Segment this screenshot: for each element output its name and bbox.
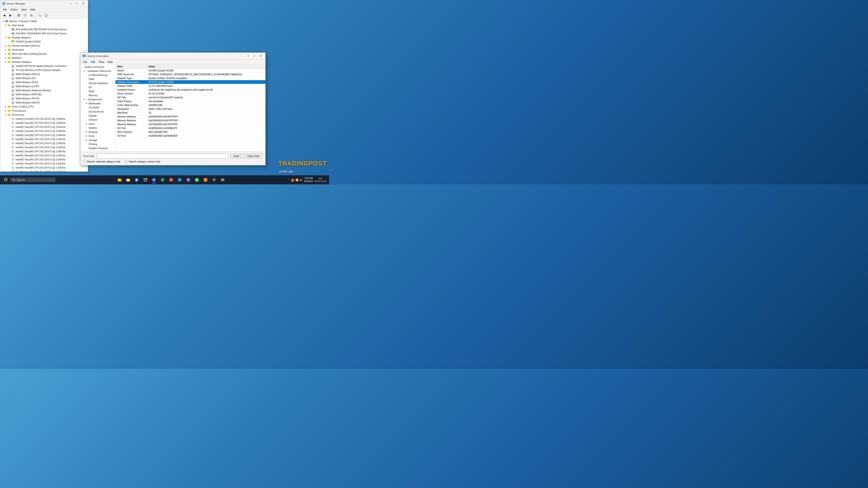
table-row[interactable]: Memory Address0xFA000000-0xFAFFFFFF bbox=[116, 115, 266, 119]
sysinfo-menu-view[interactable]: View bbox=[97, 60, 106, 64]
sysinfo-menu-edit[interactable]: Edit bbox=[89, 60, 97, 64]
menu-file[interactable]: File bbox=[1, 8, 9, 11]
tree-item[interactable]: Intel(R) Xeon(R) CPU E5-2670 0 @ 2.60GHz bbox=[1, 166, 88, 170]
sysinfo-tree-item[interactable]: CD-ROM bbox=[81, 105, 115, 109]
forward-button[interactable]: ▶ bbox=[7, 13, 13, 18]
tree-item[interactable]: Intel(R) Xeon(R) CPU E5-2670 0 @ 2.60GHz bbox=[1, 121, 88, 125]
tree-item[interactable]: Intel(R) Xeon(R) CPU E5-2670 0 @ 2.60GHz bbox=[1, 117, 88, 121]
start-button[interactable] bbox=[2, 176, 9, 184]
table-row[interactable]: Memory Address0xE0000000-0xEFFFFFFF bbox=[116, 119, 266, 123]
sysinfo-menu-file[interactable]: File bbox=[81, 60, 89, 64]
device-manager-window[interactable]: Device Manager ─ □ ✕ File Action View He… bbox=[0, 0, 88, 172]
tree-item[interactable]: Intel(R) Xeon(R) CPU E5-2670 0 @ 2.60GHz bbox=[1, 158, 88, 162]
tree-item[interactable]: ▸Ports (COM & LPT) bbox=[1, 105, 88, 109]
tree-item[interactable]: WAN Miniport (IPv6) bbox=[1, 80, 88, 84]
tree-item[interactable]: ▾Dell Inc. Precision T3600 bbox=[1, 19, 88, 23]
sysinfo-tree-item[interactable]: ▾Ports bbox=[81, 134, 115, 138]
sysinfo-close[interactable]: ✕ bbox=[258, 54, 264, 58]
tree-item[interactable]: WAN Miniport (IKEv2) bbox=[1, 72, 88, 76]
menu-view[interactable]: View bbox=[19, 8, 28, 11]
find-button[interactable]: Find bbox=[230, 154, 242, 159]
weather-widget[interactable]: 4°C Mostly cloudy bbox=[314, 177, 327, 182]
table-row[interactable]: I/O Port0x000003B0-0x000003DF bbox=[116, 134, 266, 138]
search-names-label[interactable]: Search category names only bbox=[125, 160, 160, 163]
sysinfo-minimize[interactable]: ─ bbox=[245, 54, 251, 58]
menu-action[interactable]: Action bbox=[9, 8, 20, 11]
tree-item[interactable]: TP-Link Wireless N PCI Express Adapter bbox=[1, 68, 88, 72]
sysinfo-tree-item[interactable]: Printing bbox=[81, 142, 115, 146]
tree-item[interactable]: WAN Miniport (SSTP) bbox=[1, 101, 88, 105]
taskbar-app-ppt[interactable]: P bbox=[167, 176, 175, 184]
tree-item[interactable]: Intel(R) Xeon(R) CPU E5-2670 0 @ 2.60GHz bbox=[1, 170, 88, 171]
tree-item[interactable]: Intel(R) Xeon(R) CPU E5-2670 0 @ 2.60GHz bbox=[1, 149, 88, 153]
find-input[interactable] bbox=[96, 154, 229, 159]
search-selected-label[interactable]: Search selected category only bbox=[83, 160, 120, 163]
sysinfo-table-area[interactable]: Item Value NameNVIDIA Quadro K2000PNP De… bbox=[116, 64, 266, 152]
tree-item[interactable]: Intel(R) Xeon(R) CPU E5-2670 0 @ 2.60GHz bbox=[1, 137, 88, 141]
tree-item[interactable]: Intel(R) Xeon(R) CPU E5-2670 0 @ 2.60GHz bbox=[1, 133, 88, 137]
table-row[interactable]: Resolution1600 x 900 x 60 hertz bbox=[116, 107, 266, 111]
taskbar-app-store[interactable] bbox=[142, 176, 149, 184]
tree-item[interactable]: ▾Display adapters bbox=[1, 35, 88, 39]
table-row[interactable]: I/O Port0x0000E000-0x0000E07F bbox=[116, 126, 266, 130]
sysinfo-tree-item[interactable]: Sound Device bbox=[81, 109, 115, 113]
notification-area[interactable]: ⌃ 🔔 1 📶 🔊 bbox=[287, 178, 303, 182]
sysinfo-tree-item[interactable]: Forced Hardware bbox=[81, 81, 115, 85]
tree-item[interactable]: ▸Human Interface Devices bbox=[1, 43, 88, 48]
sysinfo-tree-item[interactable]: Display bbox=[81, 113, 115, 118]
tree-item[interactable]: ATA WDC WD20EARX-00P SCSI Disk Device bbox=[1, 31, 88, 35]
tree-item[interactable]: NVIDIA Quadro K2000 bbox=[1, 39, 88, 43]
tree-item[interactable]: WAN Miniport (L2TP) bbox=[1, 84, 88, 88]
tree-item[interactable]: Intel(R) Xeon(R) CPU E5-2670 0 @ 2.60GHz bbox=[1, 141, 88, 145]
tree-item[interactable]: WAN Miniport (PPPOE) bbox=[1, 92, 88, 96]
table-row[interactable]: Adapter RAM(2,147,483,648) bytes bbox=[116, 84, 266, 88]
search-bar[interactable]: Search bbox=[10, 177, 56, 182]
devices-button[interactable] bbox=[43, 13, 49, 18]
table-row[interactable]: Installed Driversnvd3dumx.dll,nvwgf2umx.… bbox=[116, 88, 266, 92]
tree-item[interactable]: WAN Miniport (PPTP) bbox=[1, 96, 88, 101]
taskbar-app-app3[interactable]: W bbox=[219, 176, 226, 184]
sysinfo-maximize[interactable]: □ bbox=[251, 54, 257, 58]
tree-item[interactable]: Intel(R) Xeon(R) CPU E5-2670 0 @ 2.60GHz bbox=[1, 162, 88, 166]
sysinfo-tree-item[interactable]: ▾Network bbox=[81, 130, 115, 134]
taskbar-app-explorer[interactable] bbox=[116, 176, 123, 184]
system-info-window[interactable]: i System Information ─ □ ✕ File Edit Vie… bbox=[80, 53, 266, 165]
close-find-button[interactable]: Close Find bbox=[244, 154, 263, 159]
taskbar-datetime[interactable]: 3:55 AM 6/3/2024 bbox=[304, 177, 313, 183]
tree-item[interactable]: Intel(R) 82579LM Gigabit Network Connect… bbox=[1, 64, 88, 68]
taskbar-app-app1[interactable]: ◆ bbox=[193, 176, 201, 184]
tree-item[interactable]: WAN Miniport (IP) bbox=[1, 76, 88, 80]
tree-item[interactable]: Intel(R) Xeon(R) CPU E5-2670 0 @ 2.60GHz bbox=[1, 153, 88, 158]
taskbar-app-excel[interactable]: X bbox=[159, 176, 166, 184]
uninstall-button[interactable] bbox=[29, 13, 34, 18]
sysinfo-tree-item[interactable]: Conflicts/Sharing bbox=[81, 73, 115, 77]
taskbar-app-outlook[interactable]: O bbox=[176, 176, 184, 184]
sysinfo-tree-item[interactable]: DMA bbox=[81, 77, 115, 81]
sysinfo-tree-item[interactable]: Memory bbox=[81, 93, 115, 97]
taskbar-app-file-explorer[interactable] bbox=[124, 176, 132, 184]
table-row[interactable]: PNP Device IDPCI\VEN_10DE&DEV_0FFE&SUBSY… bbox=[116, 72, 266, 76]
taskbar-app-teams[interactable]: T bbox=[184, 176, 192, 184]
table-row[interactable]: Memory Address0xF0000000-0xF1FFFFFF bbox=[116, 123, 266, 126]
tree-item[interactable]: Intel(R) Xeon(R) CPU E5-2670 0 @ 2.60GHz bbox=[1, 125, 88, 129]
sysinfo-tree-item[interactable]: Modem bbox=[81, 126, 115, 130]
tree-item[interactable]: ▸Keyboards bbox=[1, 48, 88, 52]
table-row[interactable]: NameNVIDIA Quadro K2000 bbox=[116, 69, 266, 72]
taskbar-app-word[interactable]: W bbox=[150, 176, 158, 184]
tree-item[interactable]: ▾Disk drives bbox=[1, 23, 88, 27]
tree-item[interactable]: ▾Network adapters bbox=[1, 60, 88, 64]
scan-button[interactable] bbox=[37, 13, 43, 18]
tree-item[interactable]: ▾Processors bbox=[1, 113, 88, 117]
sysinfo-tree-item[interactable]: I/O bbox=[81, 85, 115, 89]
sysinfo-tree-item[interactable]: Problem Devices bbox=[81, 146, 115, 150]
menu-help[interactable]: Help bbox=[28, 8, 37, 11]
sysinfo-menu-help[interactable]: Help bbox=[106, 60, 115, 64]
table-row[interactable]: Driver Version10.18.13.5362 bbox=[116, 92, 266, 96]
table-row[interactable]: IRQ ChannelIRQ 4294967290 bbox=[116, 130, 266, 134]
tree-item[interactable]: ▸Monitors bbox=[1, 56, 88, 60]
properties-button[interactable] bbox=[16, 13, 22, 18]
search-selected-checkbox[interactable] bbox=[83, 160, 86, 163]
close-button[interactable]: ✕ bbox=[80, 1, 86, 6]
sysinfo-tree-item[interactable]: IRQs bbox=[81, 89, 115, 93]
taskbar-app-edge[interactable] bbox=[133, 176, 141, 184]
